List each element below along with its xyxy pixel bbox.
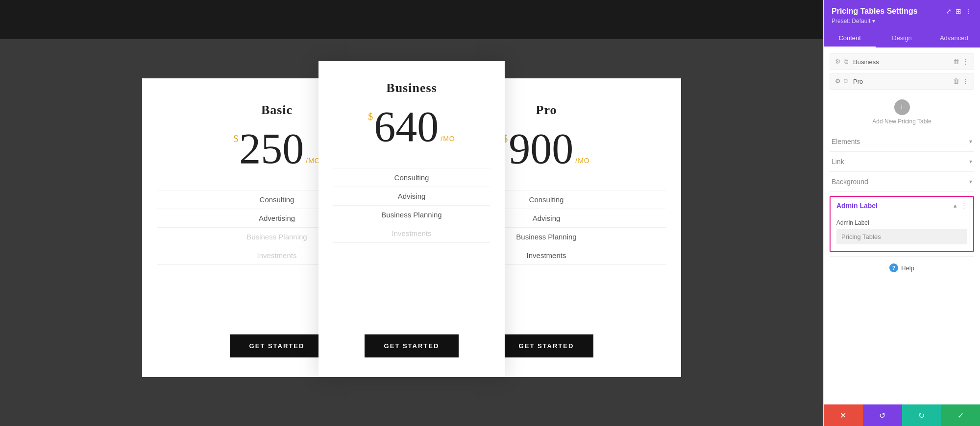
pro-item-icons-left: ⚙ ⧉: [835, 77, 848, 85]
admin-label-section-title: Admin Label: [836, 202, 878, 210]
help-row[interactable]: ? Help: [830, 256, 974, 279]
elements-section[interactable]: Elements ▾: [830, 132, 974, 152]
business-price: 640: [374, 105, 439, 148]
help-icon: ?: [889, 263, 898, 272]
canvas-inner: Basic $ 250 /MO Consulting Advertising B…: [122, 54, 701, 387]
business-price-block: $ 640 /MO: [368, 105, 455, 148]
link-section[interactable]: Link ▾: [830, 152, 974, 172]
pro-plan-name: Pro: [536, 103, 557, 118]
admin-label-input[interactable]: [836, 229, 967, 244]
business-copy-icon[interactable]: ⧉: [844, 58, 848, 66]
expand-icon[interactable]: ⤢: [946, 7, 952, 16]
cancel-button[interactable]: ✕: [824, 404, 863, 426]
more-icon[interactable]: ⋮: [965, 7, 972, 16]
basic-cta-button[interactable]: GET STARTED: [230, 334, 324, 357]
elements-label: Elements: [832, 138, 860, 145]
business-feature-4: Investments: [333, 224, 490, 243]
sidebar-panel: Pricing Tables Settings ⤢ ⊞ ⋮ Preset: De…: [823, 0, 980, 426]
background-label: Background: [832, 178, 868, 186]
sidebar-header-icons: ⤢ ⊞ ⋮: [946, 7, 972, 16]
business-card: Business $ 640 /MO Consulting Advising B…: [318, 61, 505, 377]
tab-design[interactable]: Design: [876, 29, 928, 47]
business-more-icon[interactable]: ⋮: [962, 58, 969, 66]
table-item-pro: ⚙ ⧉ Pro 🗑 ⋮: [830, 73, 974, 90]
business-feature-3: Business Planning: [333, 206, 490, 224]
pro-cta-button[interactable]: GET STARTED: [499, 334, 594, 357]
business-settings-icon[interactable]: ⚙: [835, 58, 841, 66]
save-button[interactable]: ✓: [941, 404, 980, 426]
basic-price-block: $ 250 /MO: [233, 127, 320, 170]
admin-label-more-icon[interactable]: ⋮: [961, 202, 967, 210]
help-label: Help: [901, 264, 914, 272]
add-new-label: Add New Pricing Table: [872, 118, 931, 125]
background-chevron-icon: ▾: [969, 178, 972, 186]
layout-icon[interactable]: ⊞: [956, 7, 961, 16]
sidebar-header-top: Pricing Tables Settings ⤢ ⊞ ⋮: [832, 7, 972, 16]
sidebar-title: Pricing Tables Settings: [832, 7, 918, 16]
pro-delete-icon[interactable]: 🗑: [953, 77, 959, 85]
elements-chevron-icon: ▾: [969, 138, 972, 145]
link-label: Link: [832, 158, 844, 166]
basic-price: 250: [239, 127, 304, 170]
admin-label-field-label: Admin Label: [836, 219, 967, 226]
business-delete-icon[interactable]: 🗑: [953, 58, 959, 66]
admin-label-header[interactable]: Admin Label ▴ ⋮: [831, 197, 973, 214]
sidebar-tabs: Content Design Advanced: [824, 29, 980, 47]
canvas-bg-top: [0, 0, 823, 39]
tab-content[interactable]: Content: [824, 29, 876, 47]
admin-label-header-icons: ▴ ⋮: [954, 202, 967, 210]
basic-plan-name: Basic: [261, 103, 293, 118]
pro-period: /MO: [575, 157, 589, 165]
table-item-business: ⚙ ⧉ Business 🗑 ⋮: [830, 53, 974, 70]
add-new-pricing-table[interactable]: + Add New Pricing Table: [830, 93, 974, 132]
pro-price: 900: [509, 127, 573, 170]
pro-item-icons-right: 🗑 ⋮: [953, 77, 969, 85]
undo-button[interactable]: ↺: [863, 404, 902, 426]
business-feature-2: Advising: [333, 187, 490, 206]
business-period: /MO: [441, 135, 455, 142]
basic-currency: $: [233, 133, 238, 144]
tab-advanced[interactable]: Advanced: [928, 29, 980, 47]
canvas-area: Basic $ 250 /MO Consulting Advertising B…: [0, 0, 823, 426]
pro-copy-icon[interactable]: ⧉: [844, 77, 848, 85]
pro-price-block: $ 900 /MO: [503, 127, 589, 170]
add-circle-icon: +: [894, 99, 910, 115]
background-section[interactable]: Background ▾: [830, 172, 974, 192]
admin-label-section: Admin Label ▴ ⋮ Admin Label: [830, 196, 974, 252]
pro-item-label: Pro: [853, 78, 953, 85]
admin-label-collapse-icon[interactable]: ▴: [954, 202, 957, 210]
business-item-icons-left: ⚙ ⧉: [835, 58, 848, 66]
business-cta-button[interactable]: GET STARTED: [365, 334, 459, 357]
pro-more-icon[interactable]: ⋮: [962, 77, 969, 85]
sidebar-content: ⚙ ⧉ Business 🗑 ⋮ ⚙ ⧉ Pro 🗑 ⋮ + Add New P…: [824, 47, 980, 404]
business-plan-name: Business: [386, 81, 437, 95]
business-currency: $: [368, 111, 373, 122]
pro-settings-icon[interactable]: ⚙: [835, 77, 841, 85]
business-item-label: Business: [853, 58, 953, 66]
business-features: Consulting Advising Business Planning In…: [333, 168, 490, 243]
business-item-icons-right: 🗑 ⋮: [953, 58, 969, 66]
admin-label-body: Admin Label: [831, 214, 973, 251]
sidebar-preset[interactable]: Preset: Default ▾: [832, 18, 972, 24]
link-chevron-icon: ▾: [969, 158, 972, 166]
sidebar-header: Pricing Tables Settings ⤢ ⊞ ⋮ Preset: De…: [824, 0, 980, 29]
bottom-toolbar: ✕ ↺ ↻ ✓: [824, 404, 980, 426]
redo-button[interactable]: ↻: [902, 404, 941, 426]
business-feature-1: Consulting: [333, 168, 490, 187]
